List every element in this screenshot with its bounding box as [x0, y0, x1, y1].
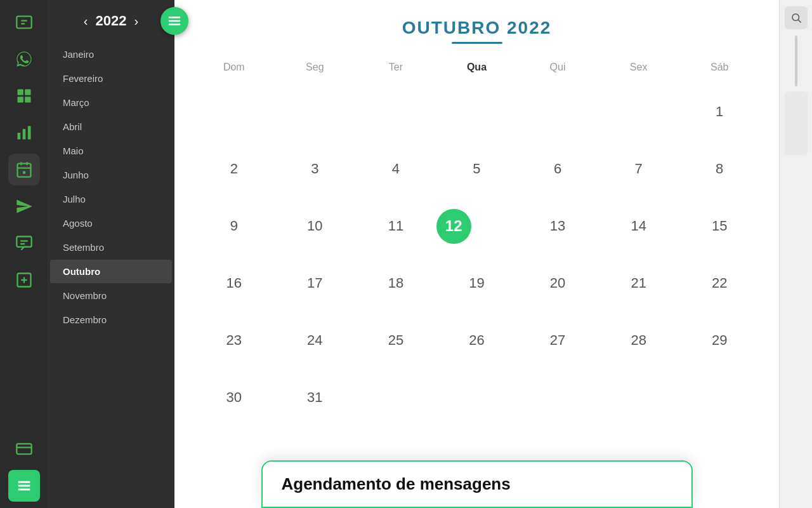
prev-year-btn[interactable]: ‹	[84, 15, 88, 27]
svg-rect-1	[17, 90, 23, 95]
cal-week-2: 9101112131415	[193, 197, 760, 255]
bottom-card: Agendamento de mensagens	[261, 460, 693, 508]
svg-point-24	[792, 14, 799, 21]
cal-day-13[interactable]: 13	[517, 207, 598, 245]
month-item-oct[interactable]: Outubro	[50, 260, 172, 283]
cal-day-empty	[193, 93, 275, 131]
calendar-grid: DomSegTerQuaQuiSexSáb 123456789101112131…	[174, 50, 779, 508]
cal-day-6[interactable]: 6	[517, 150, 598, 188]
card-icon-btn[interactable]	[8, 433, 40, 465]
cal-day-18[interactable]: 18	[355, 264, 436, 302]
day-header-qua: Qua	[436, 57, 518, 78]
month-item-jan[interactable]: Janeiro	[50, 43, 172, 66]
cal-day-4[interactable]: 4	[355, 150, 436, 188]
right-panel	[779, 0, 812, 508]
cal-day-3[interactable]: 3	[275, 150, 356, 188]
svg-rect-10	[16, 237, 31, 247]
month-item-feb[interactable]: Fevereiro	[50, 67, 172, 90]
cal-day-16[interactable]: 16	[193, 264, 275, 302]
cal-day-8[interactable]: 8	[679, 150, 760, 188]
cal-day-29[interactable]: 29	[679, 321, 760, 359]
sms-icon-btn[interactable]	[8, 6, 40, 38]
cal-week-3: 16171819202122	[193, 255, 760, 312]
cal-day-20[interactable]: 20	[517, 264, 598, 302]
cal-day-10[interactable]: 10	[275, 207, 356, 245]
cal-day-24[interactable]: 24	[275, 321, 356, 359]
whatsapp-icon-btn[interactable]	[8, 43, 40, 75]
list-icon-btn[interactable]	[8, 470, 40, 502]
month-item-mar[interactable]: Março	[50, 91, 172, 114]
cal-day-empty	[355, 378, 436, 417]
day-header-sex: Sex	[598, 57, 679, 78]
menu-fab-btn[interactable]	[160, 7, 188, 35]
day-headers: DomSegTerQuaQuiSexSáb	[193, 57, 760, 78]
svg-rect-2	[25, 90, 30, 95]
cal-day-empty	[436, 378, 518, 417]
cal-day-12[interactable]: 12	[436, 209, 471, 244]
cal-week-4: 23242526272829	[193, 312, 760, 369]
right-panel-divider	[795, 36, 797, 86]
icon-sidebar	[0, 0, 48, 508]
cal-day-27[interactable]: 27	[517, 321, 598, 359]
day-header-ter: Ter	[355, 57, 436, 78]
cal-day-30[interactable]: 30	[193, 378, 275, 417]
month-item-jul[interactable]: Julho	[50, 187, 172, 211]
month-list: JaneiroFevereiroMarçoAbrilMaioJunhoJulho…	[48, 42, 174, 508]
month-item-apr[interactable]: Abril	[50, 115, 172, 138]
cal-day-9[interactable]: 9	[193, 207, 275, 245]
cal-day-22[interactable]: 22	[679, 264, 760, 302]
month-item-nov[interactable]: Novembro	[50, 284, 172, 307]
month-item-jun[interactable]: Junho	[50, 163, 172, 187]
send-icon-btn[interactable]	[8, 190, 40, 222]
svg-line-25	[798, 20, 801, 22]
svg-rect-3	[17, 97, 23, 102]
month-item-aug[interactable]: Agosto	[50, 211, 172, 235]
next-year-btn[interactable]: ›	[134, 15, 138, 27]
right-panel-search-btn[interactable]	[785, 6, 808, 29]
cal-day-empty	[598, 378, 679, 417]
day-header-qui: Qui	[517, 57, 598, 78]
cal-day-empty	[517, 93, 598, 131]
cal-day-26[interactable]: 26	[436, 321, 518, 359]
calendar-header: OUTUBRO 2022	[174, 0, 779, 50]
cal-day-23[interactable]: 23	[193, 321, 275, 359]
cal-day-14[interactable]: 14	[598, 207, 679, 245]
svg-rect-4	[25, 97, 30, 102]
day-header-sáb: Sáb	[679, 57, 760, 78]
svg-rect-7	[27, 126, 30, 140]
chart-icon-btn[interactable]	[8, 117, 40, 149]
calendar-icon-btn[interactable]	[8, 154, 40, 185]
cal-day-5[interactable]: 5	[436, 150, 518, 188]
plus-box-icon-btn[interactable]	[8, 264, 40, 296]
year-display: 2022	[96, 13, 127, 29]
cal-day-19[interactable]: 19	[436, 264, 518, 302]
cal-day-17[interactable]: 17	[275, 264, 356, 302]
bottom-card-title: Agendamento de mensagens	[282, 474, 672, 494]
svg-rect-5	[17, 133, 20, 140]
cal-day-28[interactable]: 28	[598, 321, 679, 359]
cal-day-21[interactable]: 21	[598, 264, 679, 302]
cal-week-0: 1	[193, 83, 760, 140]
comment-icon-btn[interactable]	[8, 227, 40, 259]
cal-day-11[interactable]: 11	[355, 207, 436, 245]
svg-point-9	[22, 171, 25, 174]
cal-day-7[interactable]: 7	[598, 150, 679, 188]
main-calendar: OUTUBRO 2022 DomSegTerQuaQuiSexSáb 12345…	[174, 0, 779, 508]
calendar-rows: 1234567891011121314151617181920212223242…	[193, 83, 760, 426]
cal-day-empty	[275, 93, 356, 131]
grid-icon-btn[interactable]	[8, 80, 40, 112]
month-item-may[interactable]: Maio	[50, 139, 172, 163]
cal-day-empty	[517, 378, 598, 417]
cal-day-25[interactable]: 25	[355, 321, 436, 359]
cal-day-empty	[679, 378, 760, 417]
year-nav: ‹ 2022 ›	[48, 0, 174, 42]
day-header-dom: Dom	[193, 57, 275, 78]
cal-day-15[interactable]: 15	[679, 207, 760, 245]
month-item-dec[interactable]: Dezembro	[50, 308, 172, 331]
cal-day-1[interactable]: 1	[679, 93, 760, 131]
right-panel-widget	[785, 91, 808, 155]
cal-day-2[interactable]: 2	[193, 150, 275, 188]
cal-day-empty	[436, 93, 518, 131]
month-item-sep[interactable]: Setembro	[50, 236, 172, 259]
cal-day-31[interactable]: 31	[275, 378, 356, 417]
